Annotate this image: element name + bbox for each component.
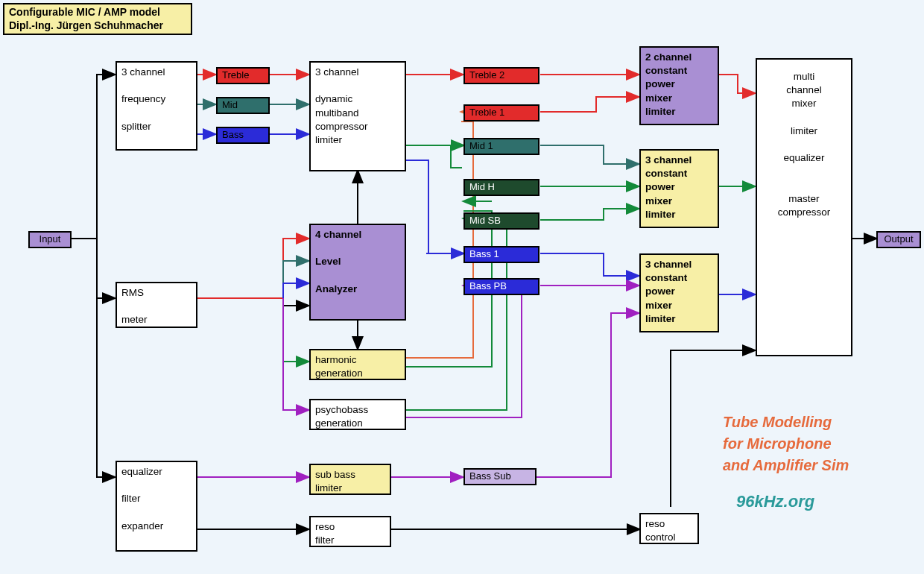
block-harmonic: harmonic generation: [309, 349, 406, 380]
block-dyn-compressor: 3 channel dynamic multiband compressor l…: [309, 61, 406, 171]
band-mid1: Mid 1: [463, 138, 539, 155]
credit-site: 96kHz.org: [736, 492, 814, 511]
block-mixer-bass: 3 channel constant power mixer limiter: [639, 253, 719, 332]
block-reso-filter: reso filter: [309, 516, 391, 547]
block-subbass-limiter: sub bass limiter: [309, 464, 391, 495]
band-treble2: Treble 2: [463, 67, 539, 84]
title-box: Configurable MIC / AMP model Dipl.-Ing. …: [3, 3, 192, 35]
band-treble1: Treble 1: [463, 104, 539, 122]
block-reso-control: reso control: [639, 513, 699, 544]
band-bassPB: Bass PB: [463, 278, 539, 295]
band-mid: Mid: [216, 97, 270, 114]
input-node: Input: [28, 231, 72, 248]
band-midSB: Mid SB: [463, 212, 539, 230]
credit-text: Tube Modelling for Microphone and Amplif…: [723, 411, 849, 476]
block-psychobass: psychobass generation: [309, 399, 406, 430]
band-bassSub: Bass Sub: [463, 468, 537, 485]
block-rms: RMS meter: [116, 282, 197, 328]
block-eq-filter-expander: equalizer filter expander: [116, 461, 197, 552]
block-master: multi channel mixer limiter equalizer ma…: [756, 58, 852, 356]
block-splitter: 3 channel frequency splitter: [116, 61, 197, 151]
band-bass1: Bass 1: [463, 246, 539, 263]
title-line1: Configurable MIC / AMP model: [9, 6, 160, 18]
title-line2: Dipl.-Ing. Jürgen Schuhmacher: [9, 19, 163, 31]
block-mixer-mid: 3 channel constant power mixer limiter: [639, 149, 719, 228]
band-bass: Bass: [216, 127, 270, 144]
output-node: Output: [876, 231, 921, 248]
band-treble: Treble: [216, 67, 270, 84]
band-midH: Mid H: [463, 179, 539, 196]
block-level-analyzer: 4 channel Level Analyzer: [309, 224, 406, 321]
block-mixer-treble: 2 channel constant power mixer limiter: [639, 46, 719, 125]
